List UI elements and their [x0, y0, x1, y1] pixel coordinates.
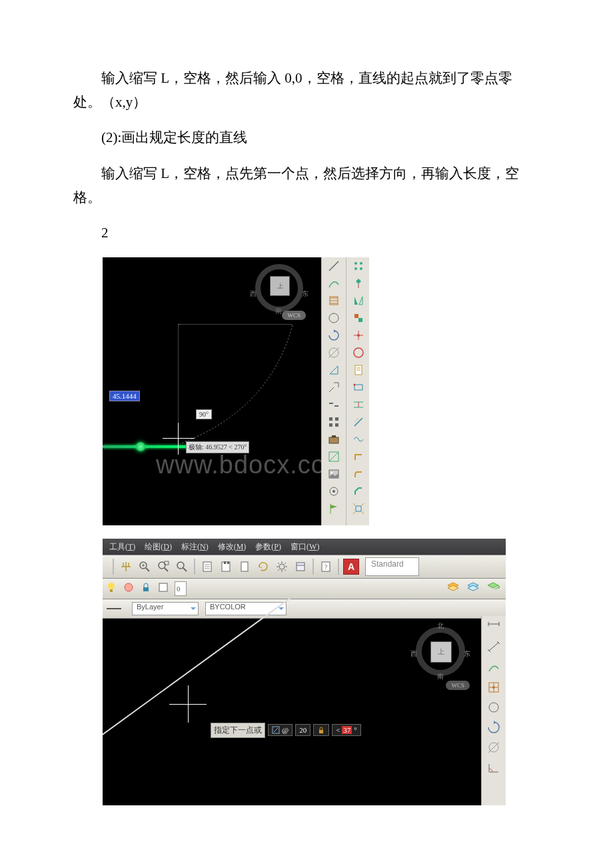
- svg-line-4: [328, 347, 339, 358]
- target-icon[interactable]: [322, 483, 346, 500]
- move-icon[interactable]: [346, 327, 369, 344]
- textstyle-button[interactable]: A: [342, 558, 360, 575]
- toolbox-icon[interactable]: [322, 431, 346, 448]
- lock-field[interactable]: [313, 724, 329, 736]
- svg-point-68: [108, 583, 115, 589]
- offset-icon[interactable]: [346, 309, 369, 327]
- props-icon[interactable]: [292, 558, 309, 575]
- wcs-label[interactable]: WCS: [282, 311, 306, 320]
- viewcube[interactable]: 上 西 东 南: [253, 261, 306, 315]
- menu-dimension[interactable]: 标注(N): [177, 540, 213, 554]
- svg-rect-75: [319, 730, 323, 733]
- menu-tools[interactable]: 工具(T): [105, 540, 139, 554]
- wcs-label[interactable]: WCS: [446, 681, 470, 690]
- explode-icon[interactable]: [346, 500, 369, 517]
- break-icon[interactable]: [322, 396, 346, 413]
- corner-icon[interactable]: [346, 448, 369, 465]
- gear-icon[interactable]: [273, 558, 291, 575]
- arc-icon[interactable]: [322, 275, 346, 292]
- viewcube-south: 南: [437, 672, 444, 681]
- scale-icon[interactable]: [322, 448, 346, 465]
- circle-icon[interactable]: [346, 344, 369, 361]
- layer-prev-icon[interactable]: [486, 581, 503, 596]
- sheet3-icon[interactable]: [236, 558, 253, 575]
- menu-modify[interactable]: 修改(M): [214, 540, 251, 554]
- dim-aligned-icon[interactable]: [482, 637, 506, 657]
- layer-match-icon[interactable]: [466, 581, 483, 596]
- track-arc: [176, 317, 303, 451]
- drawing-canvas[interactable]: 上 北 西 东 南 WCS 指定下一点或 @ 20: [103, 619, 506, 805]
- dim-linear-icon[interactable]: [482, 617, 506, 637]
- dim-angular-icon[interactable]: [482, 757, 506, 777]
- style-selector[interactable]: Standard: [365, 557, 419, 576]
- menu-draw[interactable]: 绘图(D): [141, 540, 176, 554]
- dim-ordinate-icon[interactable]: [482, 677, 506, 697]
- dim-diameter-icon[interactable]: [482, 737, 506, 757]
- paragraph-3: 输入缩写 L，空格，点先第一个点，然后选择方向，再输入长度，空格。: [73, 162, 540, 209]
- svg-rect-62: [241, 562, 248, 571]
- layer-color-icon[interactable]: [157, 581, 172, 596]
- layer-bulb-icon[interactable]: [105, 581, 120, 596]
- svg-line-51: [165, 568, 168, 571]
- input-x[interactable]: @: [268, 724, 293, 736]
- chamfer-icon[interactable]: [346, 483, 369, 500]
- hatch-icon[interactable]: [322, 292, 346, 309]
- array-icon[interactable]: [322, 413, 346, 431]
- svg-rect-34: [354, 385, 362, 390]
- zoom-in-icon[interactable]: [136, 558, 153, 575]
- angle-field[interactable]: < 37°: [332, 724, 361, 736]
- flag-icon[interactable]: [322, 500, 346, 517]
- image-icon[interactable]: [322, 465, 346, 483]
- zoom-window-icon[interactable]: [155, 558, 172, 575]
- distance-field[interactable]: 20: [295, 724, 310, 736]
- slash-icon[interactable]: [346, 413, 369, 431]
- layer-freeze-icon[interactable]: [123, 581, 137, 596]
- svg-point-23: [360, 267, 362, 270]
- help-icon[interactable]: ?: [317, 558, 334, 575]
- dim-arc-icon[interactable]: [482, 657, 506, 677]
- line-icon[interactable]: [322, 257, 346, 275]
- menu-param[interactable]: 参数(P): [251, 540, 285, 554]
- sheet1-icon[interactable]: [199, 558, 216, 575]
- fillet-icon[interactable]: [346, 465, 369, 483]
- svg-point-30: [354, 348, 363, 357]
- refresh-icon[interactable]: [255, 558, 272, 575]
- layer-name-field[interactable]: 0: [175, 581, 187, 596]
- svg-rect-26: [358, 318, 362, 322]
- extend-icon[interactable]: [322, 379, 346, 396]
- svg-rect-11: [329, 437, 338, 443]
- viewcube-top[interactable]: 上: [270, 276, 290, 296]
- layer-lock-icon[interactable]: [140, 581, 155, 596]
- trim-icon[interactable]: [322, 344, 346, 361]
- svg-text:?: ?: [324, 563, 328, 571]
- mirror-icon[interactable]: [346, 292, 369, 309]
- pan-icon[interactable]: [117, 558, 135, 575]
- menu-window[interactable]: 窗口(W): [287, 540, 323, 554]
- wave-icon[interactable]: [346, 431, 369, 448]
- rotate-icon[interactable]: [322, 327, 346, 344]
- paragraph-2: (2):画出规定长度的直线: [73, 126, 540, 150]
- erase-icon[interactable]: [346, 257, 369, 275]
- viewcube-top[interactable]: 上: [430, 641, 452, 663]
- viewcube-east: 东: [464, 649, 470, 659]
- zoom-prev-icon[interactable]: [173, 558, 191, 575]
- dim-radius-icon[interactable]: [482, 697, 506, 717]
- prompt-text: 指定下一点或: [211, 723, 265, 738]
- menubar[interactable]: 工具(T) 绘图(D) 标注(N) 修改(M) 参数(P) 窗口(W): [103, 539, 506, 555]
- page-icon[interactable]: [346, 361, 369, 379]
- paragraph-4: 2: [73, 221, 540, 245]
- sheet2-icon[interactable]: [217, 558, 235, 575]
- svg-line-74: [274, 728, 278, 732]
- triangle-icon[interactable]: [322, 361, 346, 379]
- svg-point-16: [331, 472, 333, 474]
- linetype-selector[interactable]: ByLayer: [132, 602, 199, 615]
- cad-screenshot-1: 45.1444 90° 极轴: 46.9527 < 270° 上 西 东 南 W…: [103, 257, 369, 525]
- dim-jog-icon[interactable]: [482, 717, 506, 737]
- viewcube[interactable]: 上 北 西 东 南: [412, 623, 469, 680]
- rect-icon[interactable]: [346, 379, 369, 396]
- dimension-icon[interactable]: [346, 396, 369, 413]
- circle-trim-icon[interactable]: [322, 309, 346, 327]
- layer-manager-icon[interactable]: [446, 581, 463, 596]
- document-page: 输入缩写 L，空格，然后输入 0,0，空格，直线的起点就到了零点零处。（x,y）…: [0, 0, 613, 859]
- copy-icon[interactable]: [346, 275, 369, 292]
